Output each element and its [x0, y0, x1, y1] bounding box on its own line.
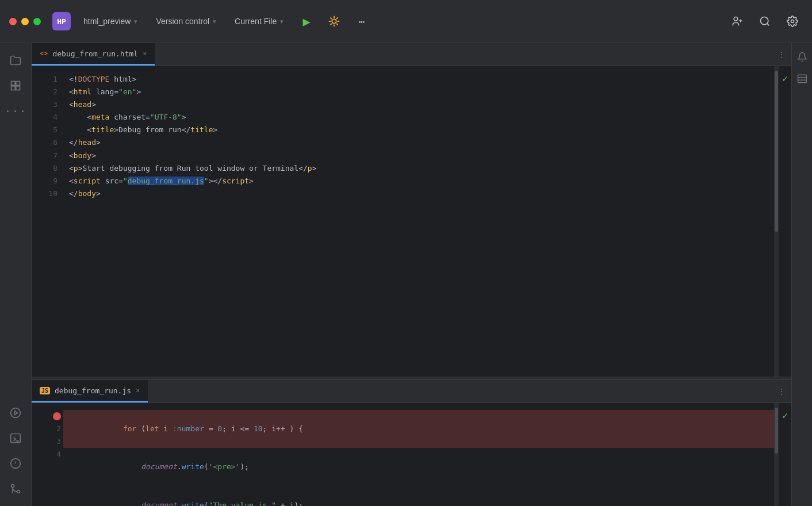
code-line-10: </body> — [69, 187, 774, 200]
svg-marker-12 — [14, 411, 17, 415]
sidebar-item-problems[interactable] — [5, 453, 26, 474]
js-gutter-line-3: 3 — [32, 435, 63, 448]
html-code-content: 1 2 3 4 5 6 7 8 9 10 <!DOCTYPE html> <ht… — [32, 66, 791, 377]
breakpoint-dot[interactable] — [53, 412, 61, 420]
minimize-button[interactable] — [21, 18, 29, 25]
sidebar-item-folder[interactable] — [5, 50, 26, 71]
settings-button[interactable] — [782, 11, 803, 32]
sidebar-item-widgets[interactable] — [5, 75, 26, 96]
run-config-label: Current File — [235, 17, 277, 26]
html-pane: <> debug_from_run.html × ⋮ 1 2 3 4 5 6 7… — [32, 43, 791, 377]
html-pane-more[interactable]: ⋮ — [772, 43, 791, 66]
svg-rect-10 — [12, 86, 16, 90]
svg-point-4 — [761, 17, 768, 25]
more-options-button[interactable]: ⋯ — [351, 11, 372, 32]
main-layout: ··· <> — [0, 43, 812, 506]
js-tab-label: debug_from_run.js — [55, 386, 131, 395]
vc-chevron-icon: ▾ — [213, 18, 216, 25]
code-line-5: <title>Debug from run</title> — [69, 124, 774, 136]
html-tab-close[interactable]: × — [143, 49, 147, 57]
search-icon — [759, 16, 771, 27]
svg-rect-9 — [16, 86, 20, 90]
html-code-lines[interactable]: <!DOCTYPE html> <html lang="en"> <head> … — [63, 66, 774, 377]
code-line-8: <p>Start debugging from Run tool window … — [69, 162, 774, 175]
maximize-button[interactable] — [33, 18, 41, 25]
html-right-gutter: ✓ — [779, 66, 791, 377]
code-line-6: </head> — [69, 136, 774, 149]
sidebar-item-git[interactable] — [5, 478, 26, 499]
svg-point-18 — [17, 490, 20, 493]
add-profile-icon — [731, 16, 743, 27]
html-line-numbers: 1 2 3 4 5 6 7 8 9 10 — [32, 66, 63, 377]
js-code-line-3: document.write("The value is " + i); — [63, 486, 774, 506]
js-pane: JS debug_from_run.js × ⋮ 2 — [32, 380, 791, 506]
svg-rect-8 — [16, 82, 20, 86]
code-line-2: <html lang="en"> — [69, 86, 774, 98]
svg-point-6 — [791, 20, 794, 23]
js-tab[interactable]: JS debug_from_run.js × — [32, 380, 148, 402]
svg-rect-7 — [12, 82, 16, 86]
js-scrollbar[interactable] — [774, 403, 779, 506]
html-scrollbar[interactable] — [774, 66, 779, 377]
js-gutter-line-2: 2 — [32, 423, 63, 435]
version-control-label: Version control — [156, 17, 209, 26]
run-button[interactable]: ▶ — [296, 11, 317, 32]
code-line-3: <head> — [69, 98, 774, 111]
html-tab[interactable]: <> debug_from_run.html × — [32, 43, 155, 66]
js-pane-more[interactable]: ⋮ — [772, 380, 791, 402]
app-icon: HP — [52, 12, 71, 30]
html-tab-bar: <> debug_from_run.html × ⋮ — [32, 43, 791, 66]
svg-point-11 — [11, 408, 21, 418]
svg-rect-20 — [798, 75, 806, 83]
project-chevron-icon: ▾ — [134, 18, 137, 25]
sidebar-item-run[interactable] — [5, 402, 26, 423]
traffic-lights — [9, 18, 41, 25]
js-code-line-2: document.write('<pre>'); — [63, 448, 774, 486]
add-profile-button[interactable] — [727, 11, 748, 32]
debug-icon — [328, 15, 340, 28]
js-tab-bar: JS debug_from_run.js × ⋮ — [32, 380, 791, 403]
html-tab-icon: <> — [40, 49, 48, 57]
editor-area: <> debug_from_run.html × ⋮ 1 2 3 4 5 6 7… — [32, 43, 791, 506]
sidebar-item-terminal[interactable] — [5, 428, 26, 448]
html-tab-label: debug_from_run.html — [52, 49, 138, 58]
code-line-4: <meta charset="UTF-8"> — [69, 111, 774, 124]
run-config-chevron-icon: ▾ — [280, 18, 284, 25]
js-tab-close[interactable]: × — [136, 386, 140, 394]
project-selector[interactable]: html_preview ▾ — [78, 14, 143, 28]
notification-bell-button[interactable] — [794, 49, 810, 65]
js-gutter-line-4: 4 — [32, 448, 63, 461]
left-sidebar: ··· — [0, 43, 32, 506]
project-name: html_preview — [83, 17, 131, 26]
js-gutter-line-1 — [32, 403, 63, 423]
js-code-content: 2 3 4 for (let i :number = 0; i <= 10; i… — [32, 403, 791, 506]
titlebar: HP html_preview ▾ Version control ▾ Curr… — [0, 0, 812, 43]
debug-button[interactable] — [324, 11, 344, 32]
run-config-selector[interactable]: Current File ▾ — [229, 14, 289, 28]
html-scrollbar-thumb[interactable] — [775, 71, 778, 232]
js-code-line-1: for (let i :number = 0; i <= 10; i++ ) { — [63, 410, 774, 448]
layout-button[interactable] — [794, 71, 810, 87]
svg-line-5 — [767, 24, 769, 26]
svg-rect-13 — [11, 434, 21, 443]
sidebar-item-more[interactable]: ··· — [5, 101, 26, 121]
settings-icon — [787, 16, 798, 27]
code-line-1: <!DOCTYPE html> — [69, 73, 774, 86]
version-control-selector[interactable]: Version control ▾ — [150, 14, 222, 28]
js-check-icon: ✓ — [782, 410, 788, 421]
svg-point-1 — [734, 17, 738, 21]
bell-icon — [797, 52, 807, 62]
js-gutter: 2 3 4 — [32, 403, 63, 506]
search-button[interactable] — [754, 11, 775, 32]
right-sidebar — [791, 43, 812, 506]
js-code-lines[interactable]: for (let i :number = 0; i <= 10; i++ ) {… — [63, 403, 774, 506]
svg-point-0 — [332, 19, 336, 23]
layout-icon — [797, 74, 807, 84]
js-scrollbar-thumb[interactable] — [775, 408, 778, 454]
code-line-9: <script src="debug_from_run.js"></script… — [69, 175, 774, 187]
code-line-7: <body> — [69, 150, 774, 162]
close-button[interactable] — [9, 18, 17, 25]
js-right-gutter: ✓ — [779, 403, 791, 506]
js-tab-icon: JS — [40, 387, 50, 394]
svg-point-19 — [12, 485, 14, 488]
